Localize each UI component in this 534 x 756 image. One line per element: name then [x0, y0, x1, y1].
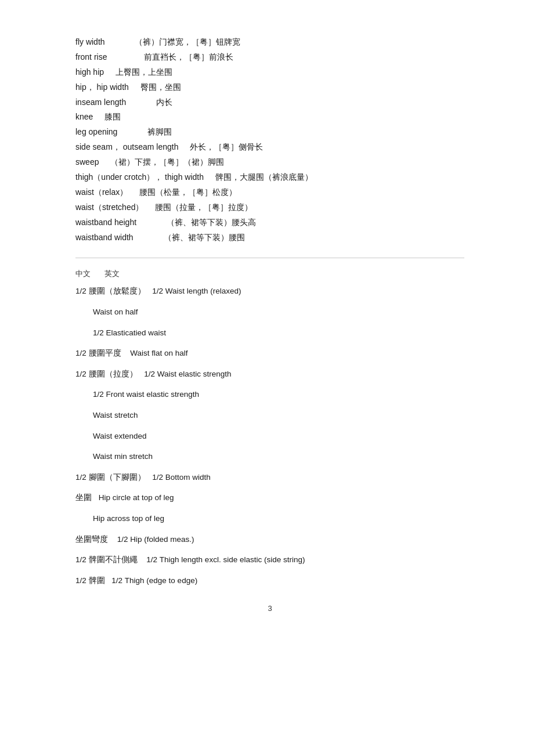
translation-english: 1/2 Front waist elastic strength: [93, 390, 199, 399]
term-knee: knee 膝围: [75, 110, 464, 125]
section-divider: [75, 258, 464, 258]
translation-row-thigh-edge: 1/2 髀圍 1/2 Thigh (edge to edge): [75, 574, 464, 587]
term-chinese: 髀围，大腿围（裤浪底量）: [215, 172, 313, 182]
term-chinese: 外长，［粤］侧骨长: [190, 142, 263, 151]
term-chinese: （裤、裙等下装）腰围: [164, 233, 245, 242]
term-thigh: thigh（under crotch）， thigh width 髀围，大腿围（…: [75, 170, 464, 185]
term-chinese: （裤、裙等下装）腰头高: [167, 218, 256, 227]
term-chinese: 前直裆长，［粤］前浪长: [144, 52, 233, 62]
page-number: 3: [75, 604, 464, 613]
translation-english: 1/2 Hip (folded meas.): [117, 535, 194, 544]
translation-chinese: 1/2 腰圍平度: [75, 349, 121, 357]
translation-chinese: 1/2 腰圍（拉度）: [75, 370, 138, 378]
translation-row-half-waist-relax: 1/2 腰圍（放鬆度） 1/2 Waist length (relaxed): [75, 285, 464, 298]
term-chinese: 臀围，坐围: [140, 82, 181, 92]
translation-chinese: 1/2 髀圍不計側繩: [75, 555, 138, 564]
term-hip: hip， hip width 臀围，坐围: [75, 80, 464, 95]
translation-row-waist-elastic: 1/2 腰圍（拉度） 1/2 Waist elastic strength: [75, 368, 464, 381]
translation-row-waist-min-stretch: Waist min stretch: [75, 450, 464, 463]
term-english: thigh（under crotch）， thigh width: [75, 172, 204, 182]
term-english: waist（relax）: [75, 187, 128, 197]
term-waistband-height: waistband height （裤、裙等下装）腰头高: [75, 215, 464, 230]
translation-english: Waist stretch: [93, 411, 138, 419]
translation-row-hip-across: Hip across top of leg: [75, 512, 464, 525]
term-chinese: 膝围: [104, 112, 121, 121]
translation-row-front-waist-elastic: 1/2 Front waist elastic strength: [75, 388, 464, 401]
translation-row-thigh-excl-side: 1/2 髀圍不計側繩 1/2 Thigh length excl. side e…: [75, 554, 464, 566]
term-chinese: 腰围（拉量，［粤］拉度）: [155, 202, 252, 212]
translation-english: Waist min stretch: [93, 452, 153, 461]
term-fly-width: fly width （裤）门襟宽，［粤］钮牌宽: [75, 35, 464, 50]
translation-english: 1/2 Bottom width: [152, 473, 211, 482]
term-chinese: （裙）下摆，［粤］（裙）脚围: [110, 157, 224, 167]
term-english: waist（stretched）: [75, 202, 143, 212]
header-english: 英文: [104, 269, 120, 278]
term-waist-stretched: waist（stretched） 腰围（拉量，［粤］拉度）: [75, 200, 464, 215]
term-english: hip， hip width: [75, 82, 129, 92]
translation-english: 1/2 Elasticatied waist: [93, 328, 166, 337]
translation-chinese: 1/2 腰圍（放鬆度）: [75, 287, 146, 295]
translation-english: 1/2 Waist length (relaxed): [152, 287, 241, 295]
terms-section: fly width （裤）门襟宽，［粤］钮牌宽 front rise 前直裆长，…: [75, 35, 464, 245]
term-english: waistband height: [75, 218, 136, 227]
term-english: knee: [75, 112, 93, 121]
translation-section: 1/2 腰圍（放鬆度） 1/2 Waist length (relaxed) W…: [75, 285, 464, 587]
translation-english: Waist flat on half: [130, 349, 187, 357]
translation-row-waist-extended: Waist extended: [75, 430, 464, 443]
term-waist-relax: waist（relax） 腰围（松量，［粤］松度）: [75, 185, 464, 200]
term-inseam-length: inseam length 内长: [75, 95, 464, 110]
translation-row-waist-stretch: Waist stretch: [75, 409, 464, 422]
translation-chinese: 1/2 腳圍（下腳圍）: [75, 473, 146, 482]
translation-row-waist-flat: 1/2 腰圍平度 Waist flat on half: [75, 347, 464, 360]
term-english: front rise: [75, 52, 107, 62]
term-side-seam: side seam， outseam length 外长，［粤］侧骨长: [75, 140, 464, 155]
term-english: sweep: [75, 157, 99, 167]
translation-row-hip-circle: 坐圍 Hip circle at top of leg: [75, 491, 464, 504]
term-english: leg opening: [75, 127, 117, 136]
term-english: side seam， outseam length: [75, 142, 178, 151]
translation-row-waist-on-half: Waist on half: [75, 306, 464, 319]
translation-row-half-elasticated: 1/2 Elasticatied waist: [75, 327, 464, 339]
term-sweep: sweep （裙）下摆，［粤］（裙）脚围: [75, 155, 464, 170]
translation-english: 1/2 Thigh (edge to edge): [111, 576, 197, 585]
translation-english: Hip across top of leg: [93, 514, 164, 523]
translation-english: 1/2 Thigh length excl. side elastic (sid…: [146, 555, 305, 564]
translation-chinese: 坐圍彎度: [75, 535, 108, 544]
header-chinese: 中文: [75, 269, 91, 278]
term-chinese: 裤脚围: [147, 127, 172, 136]
term-english: waistband width: [75, 233, 134, 242]
translation-english: Waist on half: [93, 308, 138, 316]
term-leg-opening: leg opening 裤脚围: [75, 125, 464, 140]
translation-english: Hip circle at top of leg: [99, 493, 174, 502]
translation-chinese: 1/2 髀圍: [75, 576, 105, 585]
term-english: inseam length: [75, 97, 126, 107]
term-front-rise: front rise 前直裆长，［粤］前浪长: [75, 50, 464, 65]
translation-chinese: 坐圍: [75, 493, 92, 502]
term-waistband-width: waistband width （裤、裙等下装）腰围: [75, 230, 464, 245]
term-english: fly width: [75, 37, 105, 46]
term-chinese: （裤）门襟宽，［粤］钮牌宽: [135, 37, 240, 46]
translation-english: Waist extended: [93, 432, 147, 440]
translation-row-half-bottom-width: 1/2 腳圍（下腳圍） 1/2 Bottom width: [75, 471, 464, 484]
term-chinese: 腰围（松量，［粤］松度）: [139, 187, 237, 197]
translation-row-hip-folded: 坐圍彎度 1/2 Hip (folded meas.): [75, 533, 464, 546]
term-english: high hip: [75, 67, 104, 77]
translation-english: 1/2 Waist elastic strength: [144, 370, 231, 378]
term-chinese: 内长: [156, 97, 172, 107]
term-chinese: 上臀围，上坐围: [116, 67, 172, 77]
table-header: 中文 英文: [75, 269, 464, 279]
page-number-value: 3: [268, 604, 272, 613]
term-high-hip: high hip 上臀围，上坐围: [75, 65, 464, 80]
